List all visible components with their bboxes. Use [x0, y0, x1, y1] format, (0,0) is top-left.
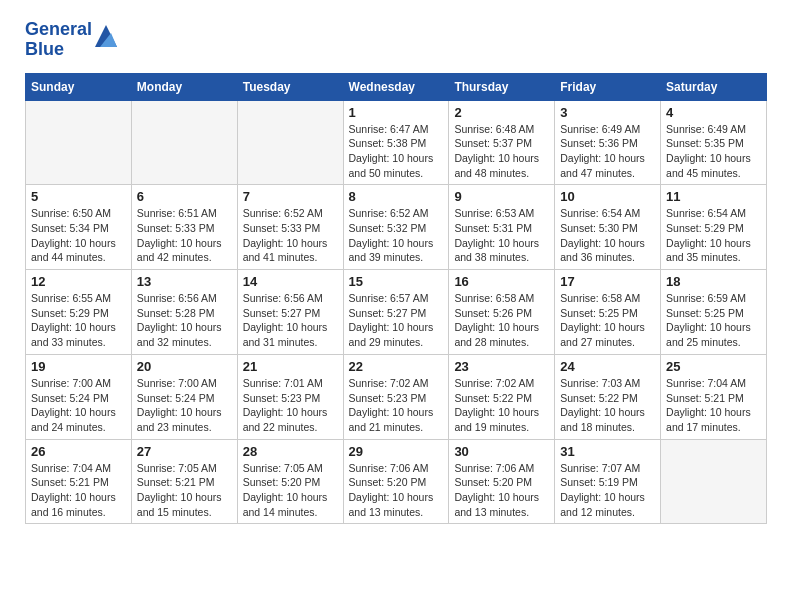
weekday-header: Thursday: [449, 73, 555, 100]
calendar-cell: 23Sunrise: 7:02 AMSunset: 5:22 PMDayligh…: [449, 354, 555, 439]
day-info: Sunrise: 6:54 AMSunset: 5:29 PMDaylight:…: [666, 206, 761, 265]
day-info: Sunrise: 6:58 AMSunset: 5:26 PMDaylight:…: [454, 291, 549, 350]
page-header: GeneralBlue: [25, 20, 767, 65]
weekday-header: Saturday: [661, 73, 767, 100]
day-number: 5: [31, 189, 126, 204]
day-info: Sunrise: 7:04 AMSunset: 5:21 PMDaylight:…: [31, 461, 126, 520]
calendar-cell: 29Sunrise: 7:06 AMSunset: 5:20 PMDayligh…: [343, 439, 449, 524]
day-info: Sunrise: 6:53 AMSunset: 5:31 PMDaylight:…: [454, 206, 549, 265]
day-info: Sunrise: 7:00 AMSunset: 5:24 PMDaylight:…: [31, 376, 126, 435]
day-number: 26: [31, 444, 126, 459]
day-number: 20: [137, 359, 232, 374]
calendar-cell: 1Sunrise: 6:47 AMSunset: 5:38 PMDaylight…: [343, 100, 449, 185]
calendar-cell: [661, 439, 767, 524]
calendar-cell: [26, 100, 132, 185]
day-number: 22: [349, 359, 444, 374]
day-info: Sunrise: 7:03 AMSunset: 5:22 PMDaylight:…: [560, 376, 655, 435]
day-number: 1: [349, 105, 444, 120]
day-number: 12: [31, 274, 126, 289]
day-info: Sunrise: 6:54 AMSunset: 5:30 PMDaylight:…: [560, 206, 655, 265]
day-info: Sunrise: 7:05 AMSunset: 5:21 PMDaylight:…: [137, 461, 232, 520]
day-number: 18: [666, 274, 761, 289]
calendar-cell: 5Sunrise: 6:50 AMSunset: 5:34 PMDaylight…: [26, 185, 132, 270]
calendar-cell: 31Sunrise: 7:07 AMSunset: 5:19 PMDayligh…: [555, 439, 661, 524]
calendar-cell: 8Sunrise: 6:52 AMSunset: 5:32 PMDaylight…: [343, 185, 449, 270]
weekday-header: Friday: [555, 73, 661, 100]
logo-text: GeneralBlue: [25, 20, 92, 60]
calendar-cell: 2Sunrise: 6:48 AMSunset: 5:37 PMDaylight…: [449, 100, 555, 185]
day-info: Sunrise: 7:07 AMSunset: 5:19 PMDaylight:…: [560, 461, 655, 520]
day-number: 9: [454, 189, 549, 204]
day-number: 11: [666, 189, 761, 204]
calendar-cell: 14Sunrise: 6:56 AMSunset: 5:27 PMDayligh…: [237, 270, 343, 355]
day-number: 24: [560, 359, 655, 374]
calendar-cell: 22Sunrise: 7:02 AMSunset: 5:23 PMDayligh…: [343, 354, 449, 439]
calendar-cell: 20Sunrise: 7:00 AMSunset: 5:24 PMDayligh…: [131, 354, 237, 439]
day-info: Sunrise: 6:52 AMSunset: 5:33 PMDaylight:…: [243, 206, 338, 265]
day-number: 17: [560, 274, 655, 289]
calendar-cell: [237, 100, 343, 185]
calendar-cell: 10Sunrise: 6:54 AMSunset: 5:30 PMDayligh…: [555, 185, 661, 270]
calendar-cell: 17Sunrise: 6:58 AMSunset: 5:25 PMDayligh…: [555, 270, 661, 355]
day-info: Sunrise: 6:52 AMSunset: 5:32 PMDaylight:…: [349, 206, 444, 265]
calendar-cell: 19Sunrise: 7:00 AMSunset: 5:24 PMDayligh…: [26, 354, 132, 439]
day-info: Sunrise: 7:05 AMSunset: 5:20 PMDaylight:…: [243, 461, 338, 520]
day-number: 19: [31, 359, 126, 374]
calendar-table: SundayMondayTuesdayWednesdayThursdayFrid…: [25, 73, 767, 525]
day-info: Sunrise: 7:02 AMSunset: 5:23 PMDaylight:…: [349, 376, 444, 435]
calendar-week-row: 5Sunrise: 6:50 AMSunset: 5:34 PMDaylight…: [26, 185, 767, 270]
weekday-header: Monday: [131, 73, 237, 100]
day-number: 7: [243, 189, 338, 204]
weekday-header: Wednesday: [343, 73, 449, 100]
calendar-week-row: 19Sunrise: 7:00 AMSunset: 5:24 PMDayligh…: [26, 354, 767, 439]
day-info: Sunrise: 6:47 AMSunset: 5:38 PMDaylight:…: [349, 122, 444, 181]
calendar-week-row: 12Sunrise: 6:55 AMSunset: 5:29 PMDayligh…: [26, 270, 767, 355]
day-number: 3: [560, 105, 655, 120]
day-number: 14: [243, 274, 338, 289]
day-number: 8: [349, 189, 444, 204]
day-number: 2: [454, 105, 549, 120]
weekday-header-row: SundayMondayTuesdayWednesdayThursdayFrid…: [26, 73, 767, 100]
calendar-cell: 9Sunrise: 6:53 AMSunset: 5:31 PMDaylight…: [449, 185, 555, 270]
calendar-cell: [131, 100, 237, 185]
day-number: 15: [349, 274, 444, 289]
calendar-cell: 13Sunrise: 6:56 AMSunset: 5:28 PMDayligh…: [131, 270, 237, 355]
calendar-cell: 21Sunrise: 7:01 AMSunset: 5:23 PMDayligh…: [237, 354, 343, 439]
calendar-cell: 25Sunrise: 7:04 AMSunset: 5:21 PMDayligh…: [661, 354, 767, 439]
day-number: 4: [666, 105, 761, 120]
day-number: 21: [243, 359, 338, 374]
day-number: 28: [243, 444, 338, 459]
day-info: Sunrise: 7:06 AMSunset: 5:20 PMDaylight:…: [349, 461, 444, 520]
calendar-cell: 3Sunrise: 6:49 AMSunset: 5:36 PMDaylight…: [555, 100, 661, 185]
day-info: Sunrise: 6:48 AMSunset: 5:37 PMDaylight:…: [454, 122, 549, 181]
day-number: 31: [560, 444, 655, 459]
day-number: 10: [560, 189, 655, 204]
weekday-header: Sunday: [26, 73, 132, 100]
day-number: 23: [454, 359, 549, 374]
day-info: Sunrise: 6:51 AMSunset: 5:33 PMDaylight:…: [137, 206, 232, 265]
day-info: Sunrise: 6:57 AMSunset: 5:27 PMDaylight:…: [349, 291, 444, 350]
day-number: 6: [137, 189, 232, 204]
calendar-cell: 27Sunrise: 7:05 AMSunset: 5:21 PMDayligh…: [131, 439, 237, 524]
day-number: 27: [137, 444, 232, 459]
day-info: Sunrise: 7:04 AMSunset: 5:21 PMDaylight:…: [666, 376, 761, 435]
day-info: Sunrise: 6:59 AMSunset: 5:25 PMDaylight:…: [666, 291, 761, 350]
calendar-cell: 12Sunrise: 6:55 AMSunset: 5:29 PMDayligh…: [26, 270, 132, 355]
day-info: Sunrise: 6:56 AMSunset: 5:27 PMDaylight:…: [243, 291, 338, 350]
day-number: 13: [137, 274, 232, 289]
calendar-cell: 28Sunrise: 7:05 AMSunset: 5:20 PMDayligh…: [237, 439, 343, 524]
day-info: Sunrise: 7:00 AMSunset: 5:24 PMDaylight:…: [137, 376, 232, 435]
day-info: Sunrise: 6:56 AMSunset: 5:28 PMDaylight:…: [137, 291, 232, 350]
calendar-week-row: 1Sunrise: 6:47 AMSunset: 5:38 PMDaylight…: [26, 100, 767, 185]
day-info: Sunrise: 7:01 AMSunset: 5:23 PMDaylight:…: [243, 376, 338, 435]
calendar-cell: 24Sunrise: 7:03 AMSunset: 5:22 PMDayligh…: [555, 354, 661, 439]
day-number: 30: [454, 444, 549, 459]
day-info: Sunrise: 6:50 AMSunset: 5:34 PMDaylight:…: [31, 206, 126, 265]
day-info: Sunrise: 6:49 AMSunset: 5:36 PMDaylight:…: [560, 122, 655, 181]
day-info: Sunrise: 6:58 AMSunset: 5:25 PMDaylight:…: [560, 291, 655, 350]
day-number: 25: [666, 359, 761, 374]
calendar-cell: 7Sunrise: 6:52 AMSunset: 5:33 PMDaylight…: [237, 185, 343, 270]
day-number: 16: [454, 274, 549, 289]
calendar-cell: 11Sunrise: 6:54 AMSunset: 5:29 PMDayligh…: [661, 185, 767, 270]
logo-icon: [95, 25, 117, 47]
